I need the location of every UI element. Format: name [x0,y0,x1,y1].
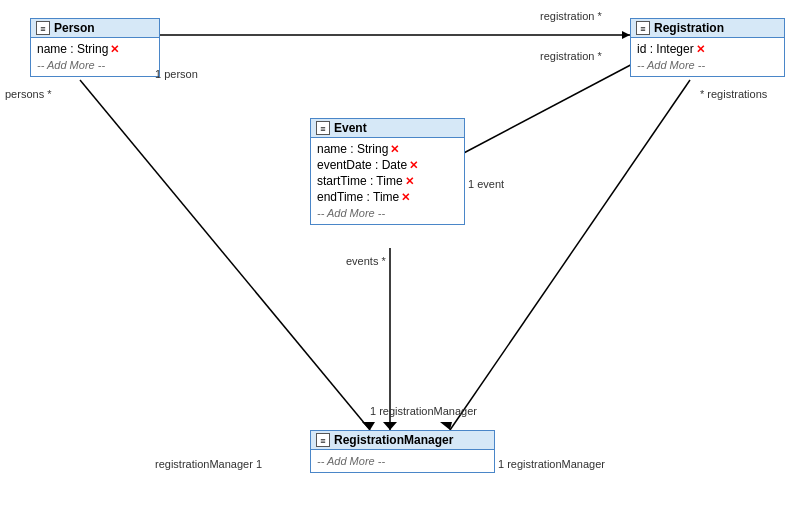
registrationmanager-class: ≡ RegistrationManager -- Add More -- [310,430,495,473]
event-add-more[interactable]: -- Add More -- [317,205,458,221]
event-title: Event [334,121,367,135]
label-one-person: 1 person [155,68,198,80]
label-one-event: 1 event [468,178,504,190]
label-persons-mult: persons * [5,88,51,100]
registration-icon: ≡ [636,21,650,35]
svg-marker-7 [383,422,397,430]
event-class: ≡ Event name : String ✕ eventDate : Date… [310,118,465,225]
event-body: name : String ✕ eventDate : Date ✕ start… [311,138,464,224]
person-icon: ≡ [36,21,50,35]
registrationmanager-body: -- Add More -- [311,450,494,472]
person-add-more[interactable]: -- Add More -- [37,57,153,73]
label-star-registrations: * registrations [700,88,767,100]
svg-line-8 [460,60,640,155]
label-regmgr-1: registrationManager 1 [155,458,262,470]
event-icon: ≡ [316,121,330,135]
event-field-date: eventDate : Date ✕ [317,157,458,173]
event-date-delete[interactable]: ✕ [409,159,418,172]
label-events-star: events * [346,255,386,267]
registration-title: Registration [654,21,724,35]
label-registration-star1: registration * [540,10,602,22]
event-field-starttime: startTime : Time ✕ [317,173,458,189]
registrationmanager-title: RegistrationManager [334,433,453,447]
person-class: ≡ Person name : String ✕ -- Add More -- [30,18,160,77]
event-header: ≡ Event [311,119,464,138]
event-name-delete[interactable]: ✕ [390,143,399,156]
registrationmanager-header: ≡ RegistrationManager [311,431,494,450]
person-header: ≡ Person [31,19,159,38]
diagram-canvas: ≡ Person name : String ✕ -- Add More -- … [0,0,807,520]
person-title: Person [54,21,95,35]
event-endtime-delete[interactable]: ✕ [401,191,410,204]
registration-add-more[interactable]: -- Add More -- [637,57,778,73]
person-field-name: name : String ✕ [37,41,153,57]
registration-field-id: id : Integer ✕ [637,41,778,57]
registration-header: ≡ Registration [631,19,784,38]
event-name-label: name : String [317,142,388,156]
registration-body: id : Integer ✕ -- Add More -- [631,38,784,76]
registration-id-delete[interactable]: ✕ [696,43,705,56]
event-field-endtime: endTime : Time ✕ [317,189,458,205]
svg-marker-1 [622,31,630,39]
svg-marker-3 [362,422,375,430]
event-field-name: name : String ✕ [317,141,458,157]
event-starttime-label: startTime : Time [317,174,403,188]
label-registration-star2: registration * [540,50,602,62]
person-name-label: name : String [37,42,108,56]
registration-id-label: id : Integer [637,42,694,56]
registration-class: ≡ Registration id : Integer ✕ -- Add Mor… [630,18,785,77]
event-date-label: eventDate : Date [317,158,407,172]
event-endtime-label: endTime : Time [317,190,399,204]
svg-marker-5 [440,422,452,430]
person-name-delete[interactable]: ✕ [110,43,119,56]
event-starttime-delete[interactable]: ✕ [405,175,414,188]
person-body: name : String ✕ -- Add More -- [31,38,159,76]
label-one-regmgr2: 1 registrationManager [498,458,605,470]
svg-line-4 [450,80,690,430]
registrationmanager-add-more[interactable]: -- Add More -- [317,453,488,469]
label-one-regmgr1: 1 registrationManager [370,405,477,417]
registrationmanager-icon: ≡ [316,433,330,447]
